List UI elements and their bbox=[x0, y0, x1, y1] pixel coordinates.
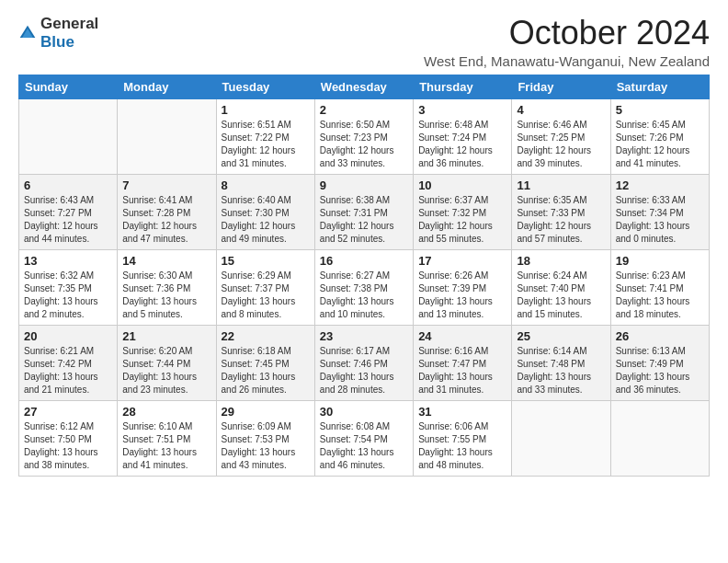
day-number: 25 bbox=[517, 329, 605, 343]
day-number: 8 bbox=[222, 178, 310, 192]
cell-info: Sunrise: 6:29 AMSunset: 7:37 PMDaylight:… bbox=[222, 270, 296, 319]
week-row-4: 20 Sunrise: 6:21 AMSunset: 7:42 PMDaylig… bbox=[19, 325, 710, 400]
calendar-cell: 23 Sunrise: 6:17 AMSunset: 7:46 PMDaylig… bbox=[314, 325, 413, 400]
day-number: 18 bbox=[517, 254, 605, 268]
calendar-cell: 24 Sunrise: 6:16 AMSunset: 7:47 PMDaylig… bbox=[414, 325, 512, 400]
day-number: 3 bbox=[418, 103, 506, 117]
calendar-cell: 6 Sunrise: 6:43 AMSunset: 7:27 PMDayligh… bbox=[19, 174, 118, 249]
cell-info: Sunrise: 6:38 AMSunset: 7:31 PMDaylight:… bbox=[320, 195, 394, 244]
calendar-cell: 12 Sunrise: 6:33 AMSunset: 7:34 PMDaylig… bbox=[610, 174, 709, 249]
calendar-cell: 28 Sunrise: 6:10 AMSunset: 7:51 PMDaylig… bbox=[118, 400, 216, 476]
week-row-2: 6 Sunrise: 6:43 AMSunset: 7:27 PMDayligh… bbox=[19, 174, 710, 249]
day-number: 13 bbox=[24, 254, 112, 268]
calendar-cell: 29 Sunrise: 6:09 AMSunset: 7:53 PMDaylig… bbox=[216, 400, 314, 476]
day-number: 16 bbox=[320, 254, 408, 268]
cell-info: Sunrise: 6:50 AMSunset: 7:23 PMDaylight:… bbox=[320, 120, 394, 168]
day-number: 14 bbox=[122, 254, 210, 268]
cell-info: Sunrise: 6:43 AMSunset: 7:27 PMDaylight:… bbox=[24, 195, 98, 244]
calendar-cell: 20 Sunrise: 6:21 AMSunset: 7:42 PMDaylig… bbox=[19, 325, 118, 400]
cell-info: Sunrise: 6:08 AMSunset: 7:54 PMDaylight:… bbox=[320, 421, 394, 470]
cell-info: Sunrise: 6:35 AMSunset: 7:33 PMDaylight:… bbox=[517, 195, 591, 244]
calendar-cell: 7 Sunrise: 6:41 AMSunset: 7:28 PMDayligh… bbox=[118, 174, 216, 249]
cell-info: Sunrise: 6:09 AMSunset: 7:53 PMDaylight:… bbox=[222, 421, 296, 470]
calendar-cell: 30 Sunrise: 6:08 AMSunset: 7:54 PMDaylig… bbox=[314, 400, 413, 476]
header-row: SundayMondayTuesdayWednesdayThursdayFrid… bbox=[19, 75, 710, 98]
day-number: 28 bbox=[122, 405, 210, 419]
calendar-cell: 27 Sunrise: 6:12 AMSunset: 7:50 PMDaylig… bbox=[19, 400, 118, 476]
calendar-cell: 14 Sunrise: 6:30 AMSunset: 7:36 PMDaylig… bbox=[118, 249, 216, 325]
column-header-monday: Monday bbox=[118, 75, 216, 98]
cell-info: Sunrise: 6:30 AMSunset: 7:36 PMDaylight:… bbox=[122, 270, 197, 319]
day-number: 17 bbox=[418, 254, 506, 268]
calendar-cell: 18 Sunrise: 6:24 AMSunset: 7:40 PMDaylig… bbox=[512, 249, 610, 325]
column-header-thursday: Thursday bbox=[414, 75, 512, 98]
page: General Blue October 2024 West End, Mana… bbox=[0, 0, 728, 563]
day-number: 1 bbox=[222, 103, 310, 117]
day-number: 6 bbox=[24, 178, 112, 192]
cell-info: Sunrise: 6:40 AMSunset: 7:30 PMDaylight:… bbox=[222, 195, 296, 244]
day-number: 23 bbox=[320, 329, 408, 343]
column-header-sunday: Sunday bbox=[19, 75, 118, 98]
day-number: 10 bbox=[418, 178, 506, 192]
cell-info: Sunrise: 6:10 AMSunset: 7:51 PMDaylight:… bbox=[122, 421, 197, 470]
calendar-cell: 25 Sunrise: 6:14 AMSunset: 7:48 PMDaylig… bbox=[512, 325, 610, 400]
cell-info: Sunrise: 6:23 AMSunset: 7:41 PMDaylight:… bbox=[616, 270, 690, 319]
cell-info: Sunrise: 6:21 AMSunset: 7:42 PMDaylight:… bbox=[24, 346, 98, 395]
cell-info: Sunrise: 6:41 AMSunset: 7:28 PMDaylight:… bbox=[122, 195, 197, 244]
day-number: 21 bbox=[122, 329, 210, 343]
logo: General Blue bbox=[18, 15, 98, 52]
calendar-cell: 8 Sunrise: 6:40 AMSunset: 7:30 PMDayligh… bbox=[216, 174, 314, 249]
calendar-cell bbox=[118, 98, 216, 174]
day-number: 9 bbox=[320, 178, 408, 192]
cell-info: Sunrise: 6:17 AMSunset: 7:46 PMDaylight:… bbox=[320, 346, 394, 395]
calendar-cell: 16 Sunrise: 6:27 AMSunset: 7:38 PMDaylig… bbox=[314, 249, 413, 325]
day-number: 4 bbox=[517, 103, 605, 117]
calendar-cell bbox=[19, 98, 118, 174]
cell-info: Sunrise: 6:32 AMSunset: 7:35 PMDaylight:… bbox=[24, 270, 98, 319]
day-number: 15 bbox=[222, 254, 310, 268]
calendar-cell: 26 Sunrise: 6:13 AMSunset: 7:49 PMDaylig… bbox=[610, 325, 709, 400]
calendar-cell: 17 Sunrise: 6:26 AMSunset: 7:39 PMDaylig… bbox=[414, 249, 512, 325]
day-number: 24 bbox=[418, 329, 506, 343]
cell-info: Sunrise: 6:27 AMSunset: 7:38 PMDaylight:… bbox=[320, 270, 394, 319]
cell-info: Sunrise: 6:16 AMSunset: 7:47 PMDaylight:… bbox=[418, 346, 493, 395]
calendar-cell bbox=[512, 400, 610, 476]
calendar-cell: 3 Sunrise: 6:48 AMSunset: 7:24 PMDayligh… bbox=[414, 98, 512, 174]
column-header-wednesday: Wednesday bbox=[314, 75, 413, 98]
day-number: 31 bbox=[418, 405, 506, 419]
cell-info: Sunrise: 6:14 AMSunset: 7:48 PMDaylight:… bbox=[517, 346, 591, 395]
main-title: October 2024 bbox=[424, 15, 710, 52]
calendar-cell: 11 Sunrise: 6:35 AMSunset: 7:33 PMDaylig… bbox=[512, 174, 610, 249]
logo-blue: Blue bbox=[40, 33, 74, 51]
calendar-cell: 5 Sunrise: 6:45 AMSunset: 7:26 PMDayligh… bbox=[610, 98, 709, 174]
calendar-table: SundayMondayTuesdayWednesdayThursdayFrid… bbox=[18, 75, 710, 477]
calendar-cell: 4 Sunrise: 6:46 AMSunset: 7:25 PMDayligh… bbox=[512, 98, 610, 174]
header: General Blue October 2024 West End, Mana… bbox=[18, 15, 710, 69]
cell-info: Sunrise: 6:37 AMSunset: 7:32 PMDaylight:… bbox=[418, 195, 493, 244]
cell-info: Sunrise: 6:46 AMSunset: 7:25 PMDaylight:… bbox=[517, 120, 591, 168]
day-number: 5 bbox=[616, 103, 704, 117]
day-number: 27 bbox=[24, 405, 112, 419]
calendar-cell: 10 Sunrise: 6:37 AMSunset: 7:32 PMDaylig… bbox=[414, 174, 512, 249]
day-number: 11 bbox=[517, 178, 605, 192]
day-number: 22 bbox=[222, 329, 310, 343]
title-block: October 2024 West End, Manawatu-Wanganui… bbox=[424, 15, 710, 69]
day-number: 26 bbox=[616, 329, 704, 343]
day-number: 29 bbox=[222, 405, 310, 419]
calendar-cell: 31 Sunrise: 6:06 AMSunset: 7:55 PMDaylig… bbox=[414, 400, 512, 476]
day-number: 30 bbox=[320, 405, 408, 419]
cell-info: Sunrise: 6:48 AMSunset: 7:24 PMDaylight:… bbox=[418, 120, 493, 168]
day-number: 19 bbox=[616, 254, 704, 268]
calendar-cell bbox=[610, 400, 709, 476]
cell-info: Sunrise: 6:33 AMSunset: 7:34 PMDaylight:… bbox=[616, 195, 690, 244]
day-number: 7 bbox=[122, 178, 210, 192]
calendar-cell: 13 Sunrise: 6:32 AMSunset: 7:35 PMDaylig… bbox=[19, 249, 118, 325]
subtitle: West End, Manawatu-Wanganui, New Zealand bbox=[424, 53, 710, 69]
week-row-5: 27 Sunrise: 6:12 AMSunset: 7:50 PMDaylig… bbox=[19, 400, 710, 476]
cell-info: Sunrise: 6:51 AMSunset: 7:22 PMDaylight:… bbox=[222, 120, 296, 168]
day-number: 2 bbox=[320, 103, 408, 117]
calendar-cell: 2 Sunrise: 6:50 AMSunset: 7:23 PMDayligh… bbox=[314, 98, 413, 174]
column-header-saturday: Saturday bbox=[610, 75, 709, 98]
cell-info: Sunrise: 6:13 AMSunset: 7:49 PMDaylight:… bbox=[616, 346, 690, 395]
cell-info: Sunrise: 6:18 AMSunset: 7:45 PMDaylight:… bbox=[222, 346, 296, 395]
